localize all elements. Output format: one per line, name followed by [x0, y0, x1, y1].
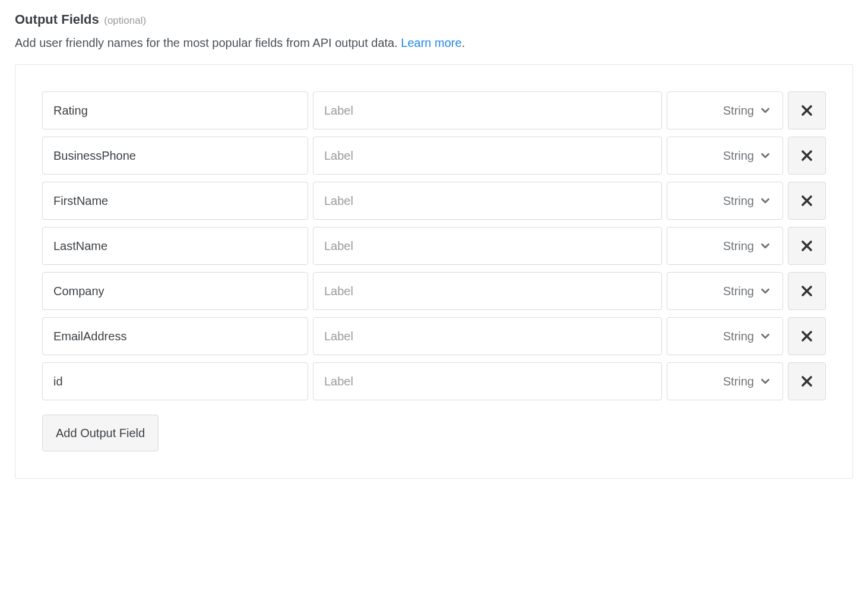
field-key-input[interactable]	[42, 182, 308, 220]
chevron-down-icon	[759, 104, 772, 117]
output-fields-list: StringStringStringStringStringStringStri…	[42, 91, 826, 400]
field-type-select[interactable]: String	[667, 272, 783, 310]
output-field-row: String	[42, 362, 826, 400]
section-description: Add user friendly names for the most pop…	[15, 34, 853, 51]
close-icon	[800, 329, 814, 343]
remove-field-button[interactable]	[788, 91, 826, 129]
close-icon	[800, 103, 814, 118]
remove-field-button[interactable]	[788, 317, 826, 355]
field-type-value: String	[723, 194, 754, 208]
field-type-value: String	[723, 239, 754, 253]
field-type-select[interactable]: String	[667, 227, 783, 265]
remove-field-button[interactable]	[788, 137, 826, 175]
field-key-input[interactable]	[42, 137, 308, 175]
chevron-down-icon	[759, 284, 772, 298]
field-key-input[interactable]	[42, 91, 308, 129]
field-label-input[interactable]	[313, 272, 662, 310]
field-label-input[interactable]	[313, 227, 662, 265]
learn-more-link[interactable]: Learn more	[401, 36, 461, 49]
section-header: Output Fields (optional)	[15, 12, 853, 27]
section-description-text: Add user friendly names for the most pop…	[15, 36, 401, 49]
remove-field-button[interactable]	[788, 362, 826, 400]
field-type-value: String	[723, 284, 754, 298]
add-output-field-button[interactable]: Add Output Field	[42, 415, 159, 451]
output-field-row: String	[42, 137, 826, 175]
chevron-down-icon	[759, 375, 772, 388]
remove-field-button[interactable]	[788, 182, 826, 220]
field-label-input[interactable]	[313, 317, 662, 355]
output-fields-panel: StringStringStringStringStringStringStri…	[15, 64, 853, 479]
field-key-input[interactable]	[42, 227, 308, 265]
section-title: Output Fields	[15, 12, 99, 27]
field-type-select[interactable]: String	[667, 182, 783, 220]
field-key-input[interactable]	[42, 272, 308, 310]
field-label-input[interactable]	[313, 362, 662, 400]
remove-field-button[interactable]	[788, 227, 826, 265]
output-field-row: String	[42, 91, 826, 129]
field-label-input[interactable]	[313, 137, 662, 175]
output-field-row: String	[42, 317, 826, 355]
field-key-input[interactable]	[42, 362, 308, 400]
field-type-value: String	[723, 375, 754, 388]
close-icon	[800, 374, 814, 388]
field-type-select[interactable]: String	[667, 317, 783, 355]
field-type-value: String	[723, 104, 754, 118]
chevron-down-icon	[759, 239, 772, 252]
field-type-select[interactable]: String	[667, 91, 783, 129]
field-label-input[interactable]	[313, 182, 662, 220]
field-type-select[interactable]: String	[667, 137, 783, 175]
field-key-input[interactable]	[42, 317, 308, 355]
field-label-input[interactable]	[313, 91, 662, 129]
chevron-down-icon	[759, 194, 772, 207]
close-icon	[800, 284, 814, 298]
field-type-select[interactable]: String	[667, 362, 783, 400]
close-icon	[800, 194, 814, 208]
remove-field-button[interactable]	[788, 272, 826, 310]
close-icon	[800, 239, 814, 253]
output-field-row: String	[42, 182, 826, 220]
field-type-value: String	[723, 149, 754, 163]
output-field-row: String	[42, 227, 826, 265]
output-field-row: String	[42, 272, 826, 310]
close-icon	[800, 148, 814, 163]
field-type-value: String	[723, 330, 754, 343]
chevron-down-icon	[759, 330, 772, 343]
section-optional-suffix: (optional)	[104, 15, 146, 26]
section-description-suffix: .	[462, 36, 465, 49]
chevron-down-icon	[759, 149, 772, 162]
